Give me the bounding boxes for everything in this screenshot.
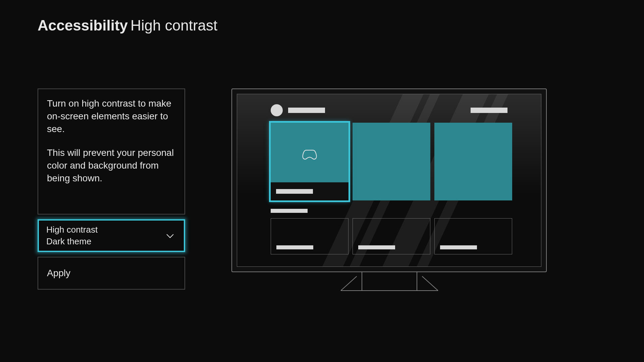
apply-button-label: Apply [47, 268, 70, 279]
monitor-bezel [231, 88, 547, 272]
description-line-1: Turn on high contrast to make on-screen … [47, 97, 176, 135]
placeholder-bar [276, 189, 313, 194]
preview-tile [353, 123, 430, 200]
preview-tiles-row [271, 123, 512, 200]
preview-tile-footer [271, 182, 348, 200]
placeholder-bar [358, 245, 395, 249]
placeholder-bar [440, 245, 477, 249]
avatar-icon [271, 104, 283, 116]
chevron-down-icon [166, 234, 174, 241]
placeholder-bar [471, 108, 507, 113]
monitor-stand [422, 276, 438, 291]
monitor-stand [417, 272, 417, 290]
preview-cards-row [271, 218, 512, 254]
apply-button[interactable]: Apply [38, 257, 185, 290]
preview-header [271, 104, 507, 116]
high-contrast-theme-select[interactable]: High contrast Dark theme [38, 219, 185, 252]
preview-card [271, 218, 348, 254]
preview-tile-focused [271, 123, 348, 200]
preview-card [353, 218, 430, 254]
monitor-stand [341, 290, 438, 291]
game-controller-icon [302, 149, 318, 162]
monitor-stand [340, 276, 357, 291]
description-line-2: This will prevent your personal color an… [47, 146, 176, 184]
preview-tile [434, 123, 512, 200]
page-title: AccessibilityHigh contrast [38, 17, 217, 34]
description-card: Turn on high contrast to make on-screen … [38, 88, 185, 215]
select-label: High contrast [46, 225, 176, 235]
monitor-screen [237, 94, 541, 267]
placeholder-bar [271, 209, 308, 213]
monitor-stand [362, 272, 362, 290]
theme-preview [231, 88, 547, 293]
placeholder-bar [276, 245, 313, 249]
select-value: Dark theme [46, 236, 176, 247]
title-section: Accessibility [38, 17, 128, 34]
preview-card [434, 218, 512, 254]
title-subsection: High contrast [130, 17, 217, 34]
placeholder-bar [288, 108, 325, 113]
